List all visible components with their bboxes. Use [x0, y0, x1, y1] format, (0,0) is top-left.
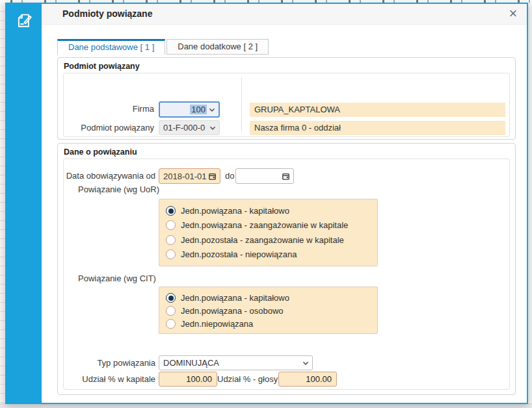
uor-option-1[interactable]: Jedn.powiązana - kapitałowo: [166, 205, 371, 216]
date-from-value: 2018-01-01: [163, 172, 208, 181]
group-podmiot-powiazany: Podmiot powiązany Firma 100 Podmiot powi…: [57, 57, 516, 140]
typ-powiazania-select[interactable]: DOMINUJĄCA: [159, 355, 313, 370]
tab-bar: Dane podstawowe [ 1 ] Dane dodatkowe [ 2…: [57, 39, 269, 55]
firma-select[interactable]: 100: [159, 101, 220, 118]
calendar-icon[interactable]: [282, 172, 290, 181]
date-to-label: do: [225, 168, 234, 184]
date-to-input[interactable]: [235, 168, 294, 184]
tab-dane-dodatkowe[interactable]: Dane dodatkowe [ 2 ]: [166, 39, 269, 55]
uor-radio-group: Jedn.powiązana - kapitałowo Jedn.powiąza…: [159, 199, 378, 266]
note-edit-icon: [14, 11, 34, 31]
radio-icon[interactable]: [166, 220, 176, 230]
firma-display-field: GRUPA_KAPTALOWA: [250, 103, 505, 117]
udzial-glosy-label: Udział % - głosy: [217, 372, 273, 387]
uor-option-2[interactable]: Jedn.powiązana - zaangażowanie w kapital…: [166, 220, 371, 231]
panel-divider: [241, 77, 242, 133]
firma-select-value: 100: [164, 105, 207, 114]
calendar-icon[interactable]: [208, 172, 217, 181]
podmiot-powiazany-select-value: 01-F-000-0: [163, 123, 207, 133]
radio-icon[interactable]: [166, 235, 176, 245]
udzial-kapital-input[interactable]: 100.00: [159, 372, 217, 387]
cit-option-3[interactable]: Jedn.niepowiązana: [166, 319, 371, 329]
chevron-down-icon: [208, 106, 216, 114]
podmiot-powiazany-select[interactable]: 01-F-000-0: [159, 120, 220, 135]
udzial-kapital-label: Udział % w kapitale: [64, 372, 155, 387]
dialog-blue-sidebar: [7, 4, 42, 403]
panel-podmiot: Firma 100 Podmiot powiązany 01-F-000-0: [63, 73, 510, 137]
uor-option-3[interactable]: Jedn.pozostała - zaangażowanie w kapital…: [166, 235, 371, 246]
radio-icon[interactable]: [166, 249, 176, 259]
close-icon[interactable]: ×: [505, 5, 522, 23]
udzial-glosy-input[interactable]: 100.00: [278, 372, 337, 387]
cit-option-1[interactable]: Jedn.powiązana - kapitałowo: [166, 293, 371, 303]
powiazanie-cit-label: Powiązanie (wg CIT): [78, 274, 156, 284]
tab-dane-podstawowe[interactable]: Dane podstawowe [ 1 ]: [57, 39, 165, 55]
chevron-down-icon: [209, 124, 217, 132]
date-from-input[interactable]: 2018-01-01: [159, 168, 220, 184]
uor-option-4[interactable]: Jedn.pozostała - niepowiązana: [166, 249, 371, 260]
dialog-title: Podmioty powiązane: [62, 4, 152, 24]
podmioty-powiazane-dialog: Podmioty powiązane × Dane podstawowe [ 1…: [5, 3, 528, 404]
screen: Podmioty powiązane × Dane podstawowe [ 1…: [0, 0, 532, 408]
podmiot-powiazany-label: Podmiot powiązany: [64, 120, 154, 136]
radio-selected-icon[interactable]: [166, 293, 176, 303]
panel-powiazanie: Data obowiązywania od 2018-01-01 do: [63, 159, 510, 390]
group-dane-o-powiazaniu: Dane o powiązaniu Data obowiązywania od …: [57, 143, 516, 395]
dialog-header: Podmioty powiązane ×: [42, 4, 527, 25]
powiazanie-uor-label: Powiązanie (wg UoR): [78, 185, 159, 195]
cit-radio-group: Jedn.powiązana - kapitałowo Jedn.powiąza…: [159, 287, 378, 334]
dialog-content: Dane podstawowe [ 1 ] Dane dodatkowe [ 2…: [42, 25, 527, 403]
data-obowiazywania-label: Data obowiązywania od: [64, 168, 155, 184]
group-heading: Podmiot powiązany: [64, 62, 140, 71]
chevron-down-icon: [302, 359, 310, 367]
radio-icon[interactable]: [166, 319, 176, 329]
typ-powiazania-label: Typ powiązania: [64, 355, 155, 370]
background-page-sliver-bottom: [0, 403, 532, 408]
radio-selected-icon[interactable]: [166, 206, 176, 216]
radio-icon[interactable]: [166, 306, 176, 316]
cit-option-2[interactable]: Jedn.powiązana - osobowo: [166, 306, 371, 316]
typ-powiazania-value: DOMINUJĄCA: [163, 358, 300, 368]
firma-label: Firma: [64, 101, 154, 117]
background-page-sliver-left: [0, 3, 5, 408]
group-heading: Dane o powiązaniu: [64, 147, 137, 157]
podmiot-display-field: Nasza firma 0 - oddział: [250, 121, 505, 135]
